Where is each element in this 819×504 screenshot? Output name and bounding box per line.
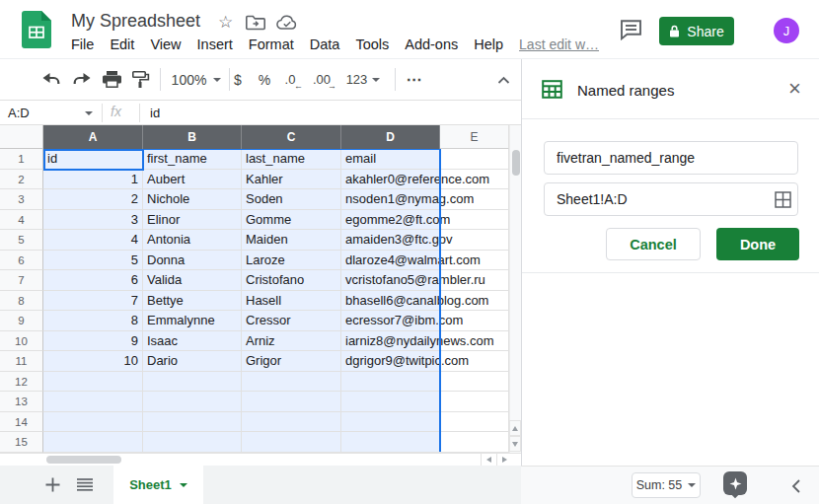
range-reference-input[interactable]	[544, 182, 798, 216]
cell-D2[interactable]: akahler0@reference.com	[341, 170, 440, 190]
cell-A4[interactable]: 3	[43, 210, 143, 231]
percent-format-button[interactable]: %	[253, 59, 276, 100]
cell-D11[interactable]: dgrigor9@twitpic.com	[341, 351, 440, 372]
cell-C2[interactable]: Kahler	[242, 170, 341, 190]
add-sheet-button[interactable]	[45, 477, 60, 492]
cell-A2[interactable]: 1	[43, 170, 143, 190]
cell-D6[interactable]: dlaroze4@walmart.com	[341, 251, 440, 271]
cell-A3[interactable]: 2	[43, 189, 143, 210]
cell-D15[interactable]	[341, 432, 440, 453]
menu-help[interactable]: Help	[474, 36, 503, 52]
cell-C3[interactable]: Soden	[242, 189, 341, 210]
cell-D14[interactable]	[341, 412, 440, 433]
all-sheets-menu-button[interactable]	[77, 478, 93, 491]
cell-E1[interactable]	[440, 149, 509, 170]
comment-history-icon[interactable]	[620, 20, 642, 40]
cell-E4[interactable]	[440, 210, 509, 231]
cell-A6[interactable]: 5	[43, 251, 143, 271]
scroll-right-button[interactable]	[496, 454, 512, 467]
cell-C4[interactable]: Gomme	[242, 210, 341, 231]
cell-D4[interactable]: egomme2@ft.com	[341, 210, 440, 231]
cell-B8[interactable]: Bettye	[143, 291, 242, 312]
cell-A13[interactable]	[43, 392, 143, 412]
cell-A10[interactable]: 9	[43, 331, 143, 352]
sum-dropdown[interactable]: Sum: 55	[632, 472, 701, 498]
cell-C11[interactable]: Grigor	[242, 351, 341, 372]
cell-D9[interactable]: ecressor7@ibm.com	[341, 311, 440, 331]
last-edit-link[interactable]: Last edit w…	[519, 36, 599, 52]
cell-B15[interactable]	[143, 432, 242, 453]
cell-D12[interactable]	[341, 372, 440, 393]
cell-A7[interactable]: 6	[43, 270, 143, 291]
sheets-logo-icon[interactable]	[22, 11, 51, 48]
row-header-5[interactable]: 5	[0, 230, 43, 251]
column-header-B[interactable]: B	[143, 125, 242, 149]
cell-D10[interactable]: iarniz8@nydailynews.com	[341, 331, 440, 352]
cell-C10[interactable]: Arniz	[242, 331, 341, 352]
column-header-A[interactable]: A	[43, 125, 143, 149]
cell-C12[interactable]	[242, 372, 341, 393]
scroll-down-button[interactable]	[509, 436, 521, 452]
cell-C13[interactable]	[242, 392, 341, 412]
cancel-button[interactable]: Cancel	[606, 228, 701, 260]
cell-C7[interactable]: Cristofano	[242, 270, 341, 291]
row-header-3[interactable]: 3	[0, 189, 43, 210]
cell-B3[interactable]: Nichole	[143, 189, 242, 210]
horizontal-scrollbar-thumb[interactable]	[46, 456, 121, 464]
row-header-12[interactable]: 12	[0, 372, 43, 393]
collapse-toolbar-button[interactable]	[497, 59, 510, 100]
explore-button[interactable]	[723, 471, 747, 495]
number-format-button[interactable]: 123	[341, 59, 385, 100]
menu-add-ons[interactable]: Add-ons	[405, 36, 458, 52]
select-data-range-icon[interactable]	[775, 191, 791, 208]
cell-A14[interactable]	[43, 412, 143, 433]
chevron-left-icon[interactable]	[791, 479, 800, 493]
column-header-C[interactable]: C	[242, 125, 341, 149]
share-button[interactable]: Share	[659, 17, 734, 45]
cell-A15[interactable]	[43, 432, 143, 453]
row-header-15[interactable]: 15	[0, 432, 43, 453]
done-button[interactable]: Done	[716, 228, 799, 260]
cell-B11[interactable]: Dario	[143, 351, 242, 372]
column-header-E[interactable]: E	[440, 125, 509, 149]
sheet-tab-sheet1[interactable]: Sheet1	[113, 466, 203, 504]
row-header-11[interactable]: 11	[0, 351, 43, 372]
row-header-13[interactable]: 13	[0, 392, 43, 412]
cell-E13[interactable]	[440, 392, 509, 412]
cloud-status-icon[interactable]	[276, 15, 298, 31]
increase-decimal-button[interactable]: .00→	[308, 59, 335, 100]
formula-input[interactable]: id	[150, 106, 160, 120]
cell-E12[interactable]	[440, 372, 509, 393]
row-header-14[interactable]: 14	[0, 412, 43, 433]
cell-D5[interactable]: amaiden3@ftc.gov	[341, 230, 440, 251]
row-header-4[interactable]: 4	[0, 210, 43, 231]
horizontal-scrollbar[interactable]	[0, 453, 521, 467]
move-folder-icon[interactable]	[246, 15, 265, 31]
cell-B13[interactable]	[143, 392, 242, 412]
row-header-7[interactable]: 7	[0, 270, 43, 291]
range-name-input[interactable]	[544, 141, 798, 175]
cell-B12[interactable]	[143, 372, 242, 393]
cell-A9[interactable]: 8	[43, 311, 143, 331]
menu-view[interactable]: View	[150, 36, 181, 52]
vertical-scrollbar[interactable]	[509, 125, 521, 453]
cell-B6[interactable]: Donna	[143, 251, 242, 271]
avatar[interactable]: J	[774, 18, 799, 43]
cell-A8[interactable]: 7	[43, 291, 143, 312]
cell-B14[interactable]	[143, 412, 242, 433]
cell-B9[interactable]: Emmalynne	[143, 311, 242, 331]
cell-C14[interactable]	[242, 412, 341, 433]
menu-edit[interactable]: Edit	[110, 36, 134, 52]
print-button[interactable]	[100, 59, 123, 100]
cell-C6[interactable]: Laroze	[242, 251, 341, 271]
select-all-corner[interactable]	[0, 125, 43, 149]
cell-D8[interactable]: bhasell6@canalblog.com	[341, 291, 440, 312]
cell-A1[interactable]: id	[43, 149, 143, 170]
cell-B2[interactable]: Aubert	[143, 170, 242, 190]
row-header-10[interactable]: 10	[0, 331, 43, 352]
cell-B5[interactable]: Antonia	[143, 230, 242, 251]
name-box[interactable]: A:D	[0, 101, 102, 125]
menu-tools[interactable]: Tools	[355, 36, 389, 52]
document-title[interactable]: My Spreadsheet	[71, 11, 200, 32]
cell-A5[interactable]: 4	[43, 230, 143, 251]
